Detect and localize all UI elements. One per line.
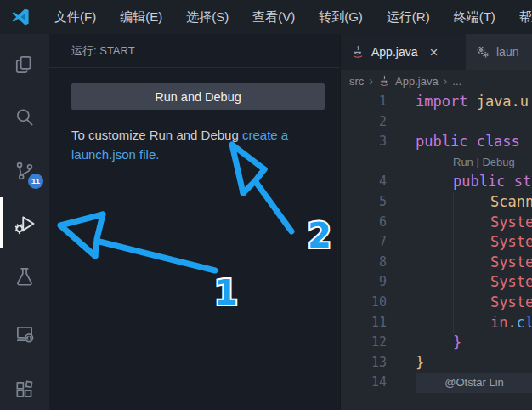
indent-guide: [453, 192, 454, 333]
code-area[interactable]: 1import java.u23public class Run | Debug…: [341, 92, 532, 410]
close-icon[interactable]: ×: [429, 45, 438, 60]
code-line[interactable]: 1import java.u: [341, 92, 532, 112]
hint-text: To customize Run and Debug: [71, 128, 242, 142]
breadcrumb: src › App.java › ...: [341, 70, 532, 92]
line-number: 14: [341, 373, 387, 393]
java-icon: [351, 45, 365, 59]
line-number: 10: [341, 293, 387, 313]
code-text: Syste: [387, 253, 532, 273]
run-and-debug-button[interactable]: Run and Debug: [71, 83, 325, 110]
code-line[interactable]: 3public class: [341, 132, 532, 152]
indent-guide: [416, 172, 416, 352]
activity-bar: 11: [0, 34, 49, 410]
editor-group: App.java × laun src › App.java › ...: [340, 34, 532, 410]
code-line[interactable]: 14@Otstar Lin: [341, 373, 532, 393]
menu-item-6[interactable]: 终端(T): [444, 6, 506, 29]
tab-label: laun: [496, 45, 518, 59]
line-number: 5: [341, 192, 387, 213]
code-line[interactable]: 2: [341, 112, 532, 133]
vscode-logo: [10, 7, 31, 27]
code-line[interactable]: 12}: [341, 333, 532, 353]
title-bar: 文件(F)编辑(E)选择(S)查看(V)转到(G)运行(R)终端(T)帮助(H): [0, 0, 532, 34]
testing-icon[interactable]: [0, 256, 49, 297]
remote-explorer-icon[interactable]: [0, 312, 49, 353]
menu-item-7[interactable]: 帮助(H): [509, 6, 532, 29]
menu-item-0[interactable]: 文件(F): [44, 6, 106, 29]
panel-header: 运行: START: [49, 34, 340, 68]
code-text: Syste: [387, 293, 532, 313]
code-line[interactable]: 13}: [341, 353, 532, 373]
code-text: import java.u: [387, 92, 529, 112]
code-text: in.cl: [387, 313, 532, 333]
tab-label: App.java: [371, 45, 417, 59]
tab-app-java[interactable]: App.java ×: [341, 34, 465, 70]
code-text: Syste: [387, 272, 532, 293]
chevron-right-icon: ›: [444, 74, 448, 88]
code-text: }: [387, 353, 424, 373]
tab-launch-json[interactable]: laun: [466, 34, 532, 70]
menu-item-2[interactable]: 选择(S): [176, 6, 239, 29]
line-number: 12: [341, 333, 387, 353]
extensions-icon[interactable]: [0, 369, 49, 410]
code-line[interactable]: 7Syste: [341, 232, 532, 253]
code-line[interactable]: 6Syste: [341, 213, 532, 233]
gear-icon: [476, 45, 490, 59]
line-number: 8: [341, 253, 387, 273]
line-number: 6: [341, 213, 387, 233]
code-line[interactable]: 4public st: [341, 172, 532, 192]
code-line[interactable]: 5Scann: [341, 192, 532, 213]
chevron-right-icon: ›: [369, 74, 373, 88]
menu-item-1[interactable]: 编辑(E): [110, 6, 173, 29]
code-text: Syste: [387, 213, 532, 233]
code-line[interactable]: 8Syste: [341, 253, 532, 273]
menu-bar: 文件(F)编辑(E)选择(S)查看(V)转到(G)运行(R)终端(T)帮助(H): [44, 6, 532, 29]
menu-item-5[interactable]: 运行(R): [376, 6, 440, 29]
code-text: [387, 112, 416, 133]
line-number: 2: [341, 112, 387, 133]
line-number: 11: [341, 313, 387, 333]
line-number: 3: [341, 132, 387, 152]
line-number: 1: [341, 92, 387, 112]
customize-hint: To customize Run and Debug create a laun…: [71, 126, 326, 164]
code-text: }: [387, 333, 461, 353]
breadcrumb-src[interactable]: src: [349, 75, 364, 88]
source-control-icon[interactable]: 11: [0, 151, 49, 191]
java-icon: [378, 75, 390, 87]
code-line[interactable]: 10Syste: [341, 293, 532, 313]
breadcrumb-symbol[interactable]: ...: [452, 75, 461, 88]
line-number: 13: [341, 353, 387, 373]
run-debug-panel: 运行: START Run and Debug To customize Run…: [49, 34, 340, 410]
source-control-badge: 11: [28, 174, 43, 189]
line-number: 4: [341, 172, 387, 192]
code-text: Scann: [387, 192, 532, 213]
run-and-debug-icon[interactable]: [0, 203, 49, 244]
code-text: public st: [387, 172, 531, 192]
menu-item-4[interactable]: 转到(G): [308, 6, 373, 29]
tab-bar: App.java × laun: [341, 34, 532, 70]
codelens-run-debug[interactable]: Run | Debug: [341, 152, 532, 173]
search-icon[interactable]: [0, 97, 49, 138]
code-text: Syste: [387, 232, 532, 253]
watermark: @Otstar Lin: [416, 373, 532, 393]
breadcrumb-file[interactable]: App.java: [395, 75, 439, 88]
menu-item-3[interactable]: 查看(V): [242, 6, 305, 29]
code-line[interactable]: 11in.cl: [341, 313, 532, 333]
code-line[interactable]: 9Syste: [341, 272, 532, 293]
line-number: 9: [341, 272, 387, 293]
explorer-icon[interactable]: [0, 44, 49, 85]
code-text: public class: [387, 132, 529, 152]
line-number: 7: [341, 232, 387, 253]
